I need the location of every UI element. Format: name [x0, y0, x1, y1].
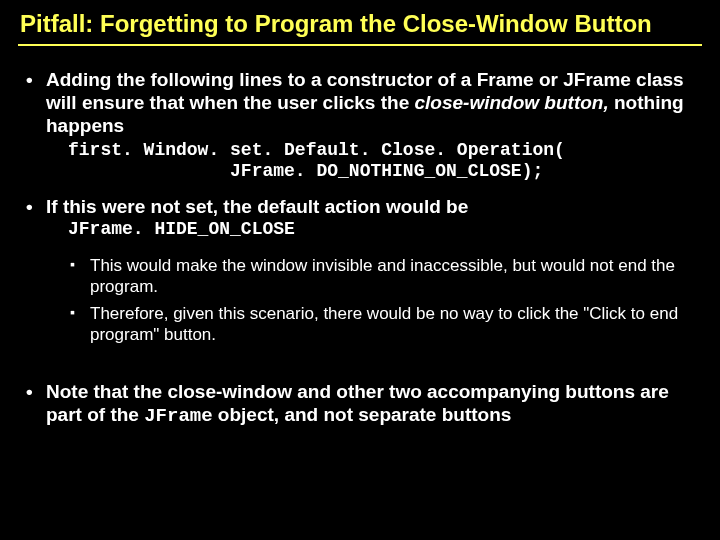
bullet-2-text: If this were not set, the default action…	[46, 196, 468, 217]
bullet-1: Adding the following lines to a construc…	[24, 68, 690, 183]
bullet-2: If this were not set, the default action…	[24, 195, 690, 345]
slide: Pitfall: Forgetting to Program the Close…	[0, 0, 720, 540]
bullet-list: Adding the following lines to a construc…	[18, 68, 702, 428]
sub-bullet-2: Therefore, given this scenario, there wo…	[70, 303, 690, 346]
sub-bullet-1: This would make the window invisible and…	[70, 255, 690, 298]
sub-bullet-list: This would make the window invisible and…	[46, 255, 690, 346]
bullet-3-code: JFrame	[144, 405, 212, 427]
slide-title: Pitfall: Forgetting to Program the Close…	[18, 10, 702, 46]
bullet-3-text-b: object, and not separate buttons	[213, 404, 512, 425]
bullet-1-text-b: close-window button,	[415, 92, 609, 113]
code-block-1: first. Window. set. Default. Close. Oper…	[68, 140, 690, 184]
bullet-3: Note that the close-window and other two…	[24, 380, 690, 428]
code-block-2: JFrame. HIDE_ON_CLOSE	[68, 219, 690, 241]
